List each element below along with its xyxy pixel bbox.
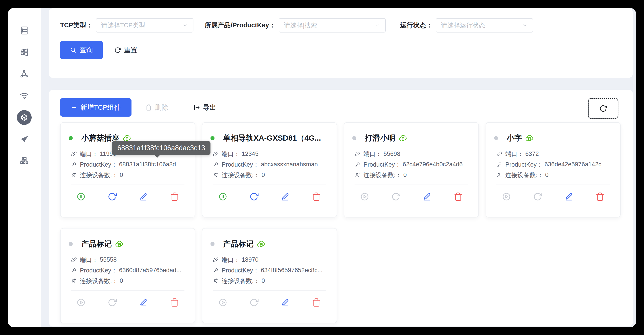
cloud-device-icon <box>115 240 124 249</box>
product-key-label: ProductKey： <box>80 161 117 169</box>
trash-icon <box>596 192 604 201</box>
refresh-icon <box>533 192 542 201</box>
device-card[interactable]: 产品标记 端口： 18970 <box>202 228 337 323</box>
port-label: 端口： <box>222 150 240 158</box>
sidebar <box>8 8 40 327</box>
device-card[interactable]: 打滑小明 端口： 55698 <box>344 122 479 218</box>
edit-button[interactable] <box>139 192 148 201</box>
edit-button[interactable] <box>564 192 573 201</box>
trash-icon <box>170 192 179 201</box>
server-rack-icon <box>20 26 29 35</box>
restart-button[interactable] <box>533 192 542 201</box>
port-field: 端口： 55558 <box>71 255 187 265</box>
sidebar-item-devices[interactable] <box>8 19 40 41</box>
add-tcp-button[interactable]: 新增TCP组件 <box>60 98 132 117</box>
port-label: 端口： <box>364 150 382 158</box>
sidebar-item-wifi[interactable] <box>8 85 40 106</box>
restart-button[interactable] <box>250 298 258 307</box>
edit-button[interactable] <box>139 298 148 307</box>
play-circle-icon <box>218 298 227 307</box>
product-select[interactable]: 请选择|搜索 <box>279 18 386 32</box>
restart-button[interactable] <box>250 192 258 201</box>
delete-card-button[interactable] <box>596 192 604 201</box>
start-stop-button[interactable] <box>360 192 369 201</box>
refresh-icon <box>250 298 258 307</box>
edit-button[interactable] <box>422 192 432 201</box>
wifi-icon <box>20 91 29 100</box>
devices-label: 连接设备数:： <box>80 171 118 179</box>
port-label: 端口： <box>222 256 240 264</box>
start-stop-button[interactable] <box>76 192 86 201</box>
filter-buttons: 查询 重置 <box>60 41 137 59</box>
sidebar-item-publish[interactable] <box>8 128 40 150</box>
product-key-label: ProductKey： <box>222 161 259 169</box>
search-button[interactable]: 查询 <box>60 41 103 59</box>
device-card[interactable]: 小蘑菇插座 端口： 11990 <box>60 122 195 218</box>
tcp-list-panel: 新增TCP组件 删除 导出 小蘑菇插座 <box>49 90 633 327</box>
edit-button[interactable] <box>281 192 290 201</box>
chevron-down-icon <box>522 22 528 28</box>
cloud-device-icon <box>398 134 408 143</box>
devices-field: 连接设备数:： 0 <box>71 276 187 286</box>
restart-button[interactable] <box>391 192 400 201</box>
users-icon <box>213 278 219 284</box>
status-dot <box>69 242 73 246</box>
port-field: 端口： 55698 <box>354 149 470 159</box>
device-card-actions <box>202 192 336 201</box>
product-key-value: abcxassxnanahsman <box>261 161 318 168</box>
device-card-fields: 端口： 55698 ProductKey： 62c4e796e4b0c2a4d6… <box>354 149 470 180</box>
devices-label: 连接设备数:： <box>222 277 260 285</box>
start-stop-button[interactable] <box>218 192 227 201</box>
product-key-field: ProductKey： 6360d87a59765edad... <box>71 265 187 276</box>
delete-card-button[interactable] <box>454 192 463 201</box>
delete-button-label: 删除 <box>155 103 168 112</box>
device-card-actions <box>60 192 195 201</box>
export-button[interactable]: 导出 <box>194 98 216 117</box>
tcp-type-select[interactable]: 请选择TCP类型 <box>96 18 194 32</box>
card-divider <box>354 185 468 185</box>
start-stop-button[interactable] <box>502 192 511 201</box>
start-stop-button[interactable] <box>76 298 86 307</box>
users-icon <box>213 172 219 178</box>
sidebar-item-sitemap[interactable] <box>8 150 40 172</box>
run-status-select[interactable]: 请选择运行状态 <box>436 18 533 32</box>
export-button-label: 导出 <box>203 103 216 112</box>
delete-button[interactable]: 删除 <box>146 98 168 117</box>
delete-card-button[interactable] <box>170 298 179 307</box>
edit-icon <box>281 298 290 307</box>
product-key-field: ProductKey： abcxassxnanahsman <box>213 159 328 170</box>
search-button-label: 查询 <box>80 45 93 55</box>
devices-label: 连接设备数:： <box>364 171 402 179</box>
reset-button[interactable]: 重置 <box>114 45 137 55</box>
device-card[interactable]: 产品标记 端口： 55558 <box>60 228 195 323</box>
tcp-type-placeholder: 请选择TCP类型 <box>101 21 145 29</box>
sidebar-item-topology[interactable] <box>8 63 40 85</box>
port-field: 端口： 6372 <box>496 149 612 159</box>
export-icon <box>194 104 200 111</box>
product-key-field: ProductKey： 636de42e5976a142c... <box>496 159 612 170</box>
users-icon <box>71 278 77 284</box>
device-card[interactable]: 单相导轨XA-GXSD81（4G... 端口： 12345 <box>202 122 337 218</box>
device-card[interactable]: 小字 端口： 6372 <box>486 122 621 218</box>
unlink-icon <box>496 151 502 157</box>
product-key-tooltip: 68831a1f38fc106a8dac3c13 <box>112 141 210 155</box>
device-card-header: 产品标记 <box>60 239 195 249</box>
refresh-icon <box>108 192 117 201</box>
delete-card-button[interactable] <box>312 298 321 307</box>
restart-button[interactable] <box>108 192 117 201</box>
delete-card-button[interactable] <box>312 192 321 201</box>
refresh-icon <box>250 192 258 201</box>
edit-button[interactable] <box>281 298 290 307</box>
device-card-grid: 小蘑菇插座 端口： 11990 <box>60 122 621 323</box>
delete-card-button[interactable] <box>170 192 179 201</box>
restart-button[interactable] <box>108 298 117 307</box>
port-value: 55558 <box>100 256 117 263</box>
reset-button-label: 重置 <box>124 45 137 55</box>
product-key-value: 6360d87a59765edad... <box>119 267 182 274</box>
sidebar-item-tcp-components[interactable] <box>8 106 40 128</box>
start-stop-button[interactable] <box>218 298 227 307</box>
port-value: 6372 <box>525 150 539 157</box>
device-card-header: 小字 <box>486 133 620 143</box>
refresh-list-button[interactable] <box>588 98 618 119</box>
sidebar-item-dashboard[interactable] <box>8 41 40 63</box>
